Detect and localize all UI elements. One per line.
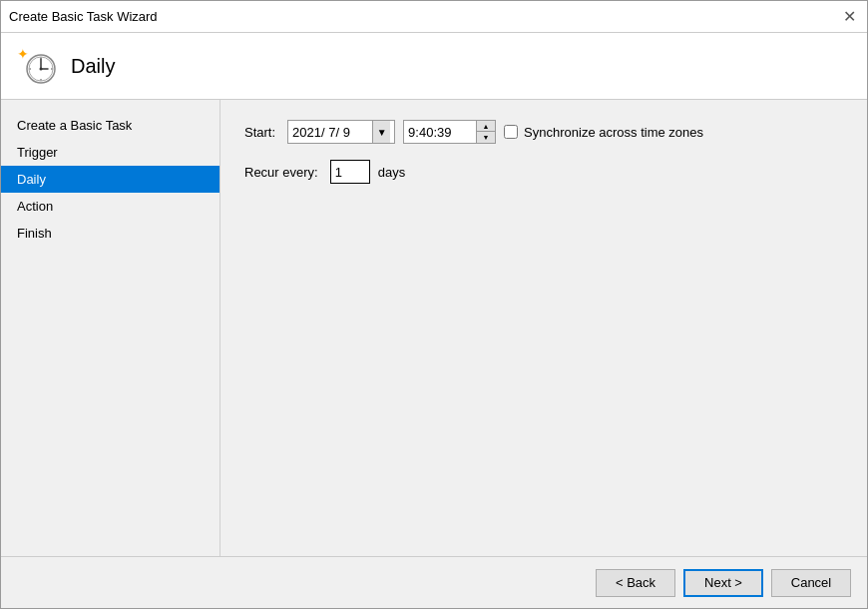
close-button[interactable]: ✕ <box>839 7 859 27</box>
sync-checkbox[interactable] <box>504 125 518 139</box>
date-picker-button[interactable]: ▼ <box>372 121 390 143</box>
title-bar: Create Basic Task Wizard ✕ <box>1 1 867 33</box>
clock-icon: ✦ <box>17 45 59 87</box>
date-field[interactable]: ▼ <box>287 120 395 144</box>
sidebar-item-daily[interactable]: Daily <box>1 166 219 193</box>
svg-point-5 <box>40 68 43 71</box>
sidebar-item-action[interactable]: Action <box>1 193 219 220</box>
cancel-button[interactable]: Cancel <box>771 569 851 597</box>
start-label: Start: <box>244 125 275 140</box>
start-row: Start: ▼ ▲ ▼ Synchronize acro <box>244 120 843 144</box>
time-input[interactable] <box>404 125 476 140</box>
date-input[interactable] <box>292 125 372 140</box>
sync-label: Synchronize across time zones <box>524 125 703 140</box>
window-title: Create Basic Task Wizard <box>9 9 158 24</box>
main-content: Start: ▼ ▲ ▼ Synchronize acro <box>220 100 867 556</box>
header-section: ✦ Daily <box>1 33 867 100</box>
sidebar-item-create-basic-task[interactable]: Create a Basic Task <box>1 112 219 139</box>
time-down-button[interactable]: ▼ <box>477 132 495 143</box>
sidebar: Create a Basic Task Trigger Daily Action… <box>1 100 220 556</box>
recur-row: Recur every: days <box>244 160 843 184</box>
sidebar-item-trigger[interactable]: Trigger <box>1 139 219 166</box>
recur-unit: days <box>378 165 405 180</box>
content-area: Create a Basic Task Trigger Daily Action… <box>1 100 867 556</box>
sync-checkbox-row: Synchronize across time zones <box>504 125 707 140</box>
footer: < Back Next > Cancel <box>1 556 867 608</box>
recur-label: Recur every: <box>244 165 318 180</box>
sidebar-item-finish[interactable]: Finish <box>1 220 219 247</box>
time-field[interactable]: ▲ ▼ <box>403 120 496 144</box>
next-button[interactable]: Next > <box>683 569 763 597</box>
wizard-window: Create Basic Task Wizard ✕ ✦ <box>0 0 868 609</box>
back-button[interactable]: < Back <box>596 569 675 597</box>
time-spinner: ▲ ▼ <box>476 121 495 143</box>
time-up-button[interactable]: ▲ <box>477 121 495 132</box>
recur-input[interactable] <box>330 160 370 184</box>
header-icon-container: ✦ <box>17 45 59 87</box>
header-title: Daily <box>71 55 115 78</box>
svg-text:✦: ✦ <box>17 46 29 62</box>
